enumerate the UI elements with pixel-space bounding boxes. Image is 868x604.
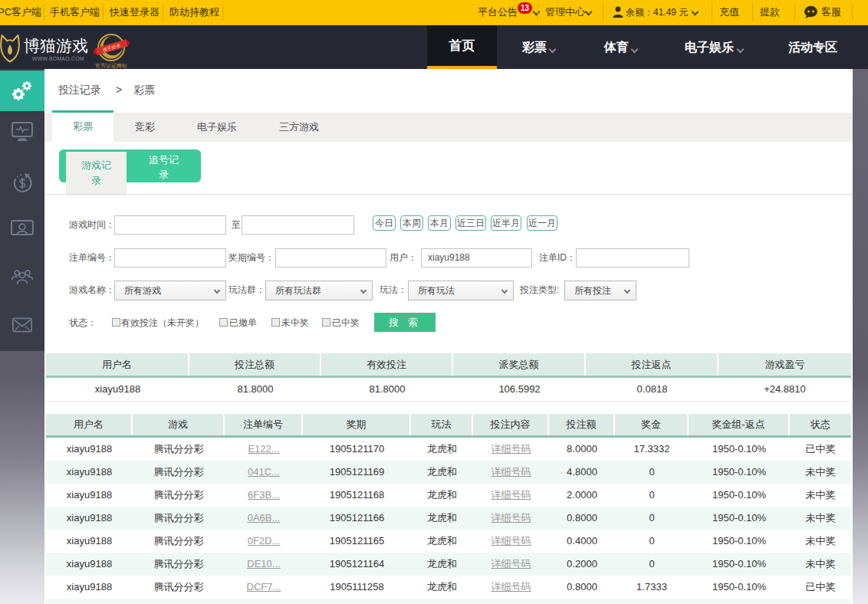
- svg-text:官方认证网站: 官方认证网站: [95, 62, 127, 69]
